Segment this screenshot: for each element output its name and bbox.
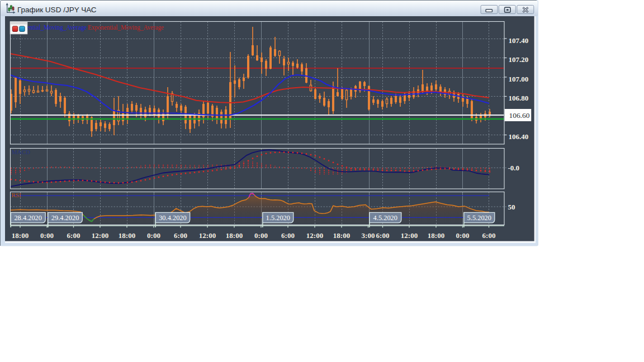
svg-text:MACD: MACD xyxy=(12,149,30,155)
svg-text:18:00: 18:00 xyxy=(428,231,444,240)
svg-text:6:00: 6:00 xyxy=(67,231,80,240)
svg-text:6:00: 6:00 xyxy=(482,231,496,240)
svg-text:Exponential_Moving_Average: Exponential_Moving_Average xyxy=(88,23,164,31)
svg-text:18:00: 18:00 xyxy=(226,231,243,240)
svg-text:График USD /JPY ЧАС: График USD /JPY ЧАС xyxy=(17,6,97,14)
svg-text:30.4.2020: 30.4.2020 xyxy=(159,214,187,222)
svg-text:106.80: 106.80 xyxy=(509,94,529,102)
svg-text:6:00: 6:00 xyxy=(376,231,390,240)
svg-text:107.20: 107.20 xyxy=(509,55,529,64)
svg-text:4.5.2020: 4.5.2020 xyxy=(373,214,397,222)
svg-text:12:00: 12:00 xyxy=(199,231,216,240)
svg-text:106.40: 106.40 xyxy=(509,132,529,141)
svg-text:18:00: 18:00 xyxy=(12,231,29,240)
svg-text:0:00: 0:00 xyxy=(254,231,268,240)
svg-text:5.5.2020: 5.5.2020 xyxy=(467,214,491,222)
svg-text:12:00: 12:00 xyxy=(92,231,108,240)
svg-text:107.00: 107.00 xyxy=(509,75,529,83)
svg-text:0:00: 0:00 xyxy=(456,231,470,240)
svg-text:-0.0: -0.0 xyxy=(508,164,520,172)
svg-text:3:00: 3:00 xyxy=(362,231,375,240)
svg-text:1.5.2020: 1.5.2020 xyxy=(266,214,290,222)
svg-text:106.60: 106.60 xyxy=(509,111,530,120)
svg-text:12:00: 12:00 xyxy=(306,231,323,240)
svg-text:18:00: 18:00 xyxy=(333,231,350,240)
svg-text:12:00: 12:00 xyxy=(401,231,418,240)
svg-text:0:00: 0:00 xyxy=(147,231,160,240)
svg-text:28.4.2020: 28.4.2020 xyxy=(14,214,42,222)
svg-text:50: 50 xyxy=(508,203,515,211)
svg-text:0:00: 0:00 xyxy=(40,231,54,240)
svg-text:29.4.2020: 29.4.2020 xyxy=(51,214,79,222)
svg-text:6:00: 6:00 xyxy=(174,231,187,240)
svg-text:RSI: RSI xyxy=(12,192,21,198)
svg-text:107.40: 107.40 xyxy=(509,36,529,45)
svg-text:18:00: 18:00 xyxy=(119,231,135,240)
svg-text:6:00: 6:00 xyxy=(281,231,295,240)
